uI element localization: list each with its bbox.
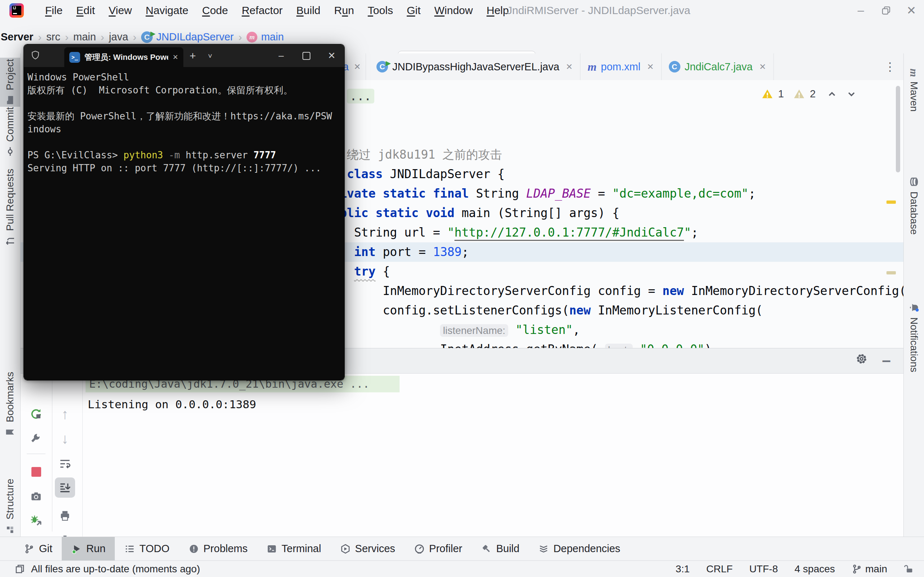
menu-code[interactable]: Code (195, 0, 235, 21)
menu-refactor[interactable]: Refactor (235, 0, 289, 21)
breadcrumb-main[interactable]: mmain (247, 31, 284, 43)
menu-file[interactable]: File (38, 0, 69, 21)
next-problem-icon[interactable] (846, 89, 857, 100)
new-tab-icon[interactable]: + (185, 48, 201, 64)
editor-tab-jndicalc7-java[interactable]: CJndiCalc7.java✕ (662, 53, 774, 80)
print-icon[interactable] (55, 506, 75, 526)
error-stripe-mark[interactable] (887, 200, 896, 204)
tab-options-kebab-icon[interactable]: ⋮ (884, 53, 896, 80)
run-panel-settings-icon[interactable] (855, 353, 868, 366)
indent-style[interactable]: 4 spaces (795, 563, 835, 575)
code-content: ... // 绕过 jdk8u191 之前的攻击public class JND… (297, 87, 904, 348)
tab-close-icon[interactable]: ✕ (173, 53, 178, 61)
toolwindow-button-build[interactable]: Build (472, 537, 529, 561)
toolwindow-button-terminal[interactable]: Terminal (257, 537, 331, 561)
breadcrumb-jndildapserver[interactable]: C▶JNDILdapServer (141, 31, 234, 43)
camera-icon (30, 490, 42, 502)
thread-dump-icon[interactable] (26, 486, 46, 506)
toolwindow-label: Terminal (281, 543, 321, 554)
stripe-label: Commit (4, 107, 16, 142)
attach-debugger-icon[interactable] (26, 511, 46, 531)
code-line: listenerName: "listen", (297, 320, 904, 340)
terminal-window[interactable]: >_ 管理员: Windows Powe ✕ + ˅ – ✕ Windows P… (23, 44, 345, 380)
window-restore-icon[interactable] (874, 5, 899, 16)
terminal-window-controls: – ✕ (268, 44, 344, 67)
terminal-close-icon[interactable]: ✕ (319, 44, 344, 67)
breadcrumb-label: src (46, 31, 60, 43)
stripe-label-row: Database (908, 176, 920, 235)
toolwindow-button-run[interactable]: Run (62, 537, 115, 561)
breadcrumb-main[interactable]: main (73, 31, 96, 43)
sidebar-item-pull-requests[interactable]: Pull Requests (0, 197, 20, 218)
caret-position[interactable]: 3:1 (676, 563, 690, 575)
toolwindow-button-dependencies[interactable]: Dependencies (529, 537, 630, 561)
up-stack-icon[interactable]: ↑ (55, 404, 75, 424)
menu-run[interactable]: Run (327, 0, 361, 21)
menu-view[interactable]: View (102, 0, 139, 21)
sidebar-item-project[interactable]: Project (0, 72, 20, 92)
terminal-line (27, 97, 344, 110)
toolwindow-button-problems[interactable]: Problems (179, 537, 257, 561)
run-panel-hide-icon[interactable]: – (882, 351, 891, 369)
right-tool-stripe: mMavenDatabaseNotifications (903, 53, 924, 561)
terminal-output[interactable]: Windows PowerShell版权所有 (C) Microsoft Cor… (24, 67, 344, 380)
window-controls: – ✕ (848, 0, 924, 21)
code-line: public static void main (String[] args) … (297, 203, 904, 223)
terminal-maximize-icon[interactable] (294, 44, 319, 67)
toolwindow-button-services[interactable]: Services (331, 537, 405, 561)
menu-git[interactable]: Git (400, 0, 427, 21)
services-icon (340, 543, 351, 554)
inspections-widget[interactable]: 1 2 (762, 88, 857, 100)
branch-name: main (865, 563, 887, 575)
menu-navigate[interactable]: Navigate (139, 0, 195, 21)
breadcrumb-label: main (73, 31, 96, 43)
toolwindow-button-profiler[interactable]: Profiler (405, 537, 472, 561)
sidebar-item-bookmarks[interactable]: Bookmarks (0, 395, 20, 415)
terminal-tab[interactable]: >_ 管理员: Windows Powe ✕ (64, 47, 183, 67)
code-line: InetAddress.getByName( host: "0.0.0.0") (297, 340, 904, 348)
terminal-minimize-icon[interactable]: – (268, 44, 294, 67)
maven-module-icon: m (247, 32, 257, 43)
tab-close-icon[interactable]: ✕ (566, 62, 573, 72)
menu-edit[interactable]: Edit (69, 0, 102, 21)
menu-window[interactable]: Window (427, 0, 480, 21)
toolwindow-button-todo[interactable]: TODO (115, 537, 179, 561)
scroll-to-end-icon[interactable] (55, 477, 75, 498)
tab-close-icon[interactable]: ✕ (759, 62, 766, 72)
breadcrumb-src[interactable]: src (46, 31, 60, 43)
file-encoding[interactable]: UTF-8 (749, 563, 778, 575)
terminal-titlebar[interactable]: >_ 管理员: Windows Powe ✕ + ˅ – ✕ (24, 44, 344, 67)
writable-status-icon[interactable] (904, 564, 914, 574)
down-stack-icon[interactable]: ↓ (55, 429, 75, 449)
code-line (297, 126, 904, 145)
menu-build[interactable]: Build (289, 0, 327, 21)
previous-problem-icon[interactable] (827, 89, 837, 100)
tab-dropdown-icon[interactable]: ˅ (203, 48, 217, 64)
scrollend-icon (59, 482, 71, 494)
vcs-status[interactable]: All files are up-to-date (moments ago) (15, 563, 200, 575)
window-close-icon[interactable]: ✕ (899, 3, 924, 17)
menu-tools[interactable]: Tools (361, 0, 400, 21)
git-branch-widget[interactable]: main (851, 563, 887, 575)
sidebar-item-maven[interactable]: mMaven (904, 80, 924, 100)
breadcrumb-server[interactable]: Server (1, 31, 33, 43)
error-stripe-mark[interactable] (887, 271, 896, 274)
breadcrumb-java[interactable]: java (109, 31, 128, 43)
toolwindow-button-git[interactable]: Git (15, 537, 62, 561)
rerun-button[interactable] (26, 404, 46, 424)
editor-tab-jndibypasshighjavaserverel-java[interactable]: C▶JNDIBypassHighJavaServerEL.java✕ (369, 53, 580, 80)
tab-close-icon[interactable]: ✕ (647, 62, 654, 72)
editor-tab-pom-xml[interactable]: mpom.xml✕ (580, 53, 662, 80)
tab-close-icon[interactable]: ✕ (354, 62, 360, 72)
edit-configuration-icon[interactable] (26, 429, 46, 449)
sidebar-item-structure[interactable]: Structure (0, 496, 20, 517)
stop-button[interactable] (26, 462, 46, 482)
line-separator[interactable]: CRLF (706, 563, 733, 575)
sidebar-item-notifications[interactable]: Notifications (904, 327, 924, 347)
sidebar-item-commit[interactable]: Commit (0, 122, 20, 142)
soft-wrap-icon[interactable] (55, 454, 75, 474)
editor-scrollbar[interactable] (896, 86, 900, 172)
powershell-icon: >_ (69, 52, 80, 63)
sidebar-item-database[interactable]: Database (904, 195, 924, 216)
window-minimize-icon[interactable]: – (848, 3, 874, 17)
